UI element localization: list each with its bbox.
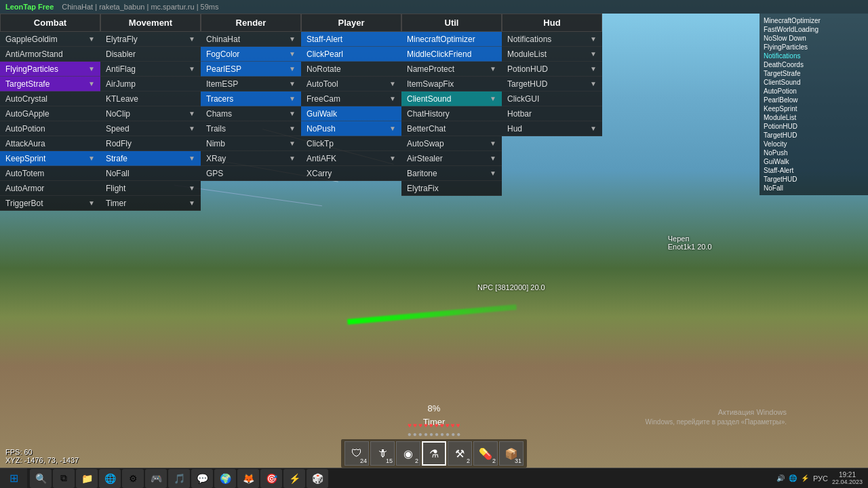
taskbar-edge[interactable]: 🌐 (99, 469, 121, 488)
hotbar-slot-2[interactable]: ◉ 2 (396, 441, 420, 466)
util-item-9[interactable]: Baritone▼ (401, 166, 502, 181)
movement-item-0[interactable]: ElytraFly▼ (100, 32, 201, 47)
combat-item-6[interactable]: AutoPotion (0, 121, 100, 136)
search-icon: 🔍 (35, 473, 47, 484)
combat-item-4[interactable]: AutoCrystal (0, 92, 100, 106)
render-item-4[interactable]: Tracers▼ (201, 92, 301, 106)
movement-item-9[interactable]: NoFall (100, 166, 201, 181)
hud-item-6[interactable]: Hud▼ (502, 121, 602, 136)
util-item-1[interactable]: MiddleClickFriend (401, 47, 502, 62)
combat-item-0[interactable]: GappleGoldim▼ (0, 32, 100, 47)
taskbar-explorer[interactable]: 📁 (76, 469, 98, 488)
combat-category-header[interactable]: Combat (0, 14, 100, 32)
taskbar: ⊞ 🔍 ⧉ 📁 🌐 ⚙ 🎮 🎵 💬 🌍 🦊 🎯 ⚡ 🎲 🔊 🌐 ⚡ РУС 19… (0, 468, 868, 488)
taskbar-app5[interactable]: 🦊 (237, 469, 259, 488)
menu-header-row: Combat GappleGoldim▼ AntiArmorStand Flyi… (0, 14, 610, 211)
taskbar-app3[interactable]: 💬 (191, 469, 213, 488)
movement-item-1[interactable]: Disabler (100, 47, 201, 62)
start-button[interactable]: ⊞ (0, 468, 27, 489)
combat-item-3[interactable]: TargetStrafe▼ (0, 77, 100, 92)
util-category-header[interactable]: Util (401, 14, 502, 32)
combat-item-1[interactable]: AntiArmorStand (0, 47, 100, 62)
battery-icon[interactable]: ⚡ (801, 474, 809, 482)
render-category-header[interactable]: Render (201, 14, 301, 32)
render-item-5[interactable]: Chams▼ (201, 106, 301, 121)
taskbar-app8[interactable]: 🎲 (307, 469, 328, 488)
combat-item-7[interactable]: AttackAura (0, 136, 100, 151)
player-item-7[interactable]: ClickTp (301, 136, 401, 151)
movement-item-3[interactable]: AirJump (100, 77, 201, 92)
util-item-7[interactable]: AutoSwap▼ (401, 136, 502, 151)
volume-icon[interactable]: 🔊 (776, 474, 785, 482)
render-item-1[interactable]: FogColor▼ (201, 47, 301, 62)
player-list-item: TargetHUD (762, 131, 865, 140)
player-item-2[interactable]: NoRotate (301, 62, 401, 77)
player-item-0[interactable]: Staff-Alert (301, 32, 401, 47)
combat-item-9[interactable]: AutoTotem (0, 166, 100, 181)
render-item-3[interactable]: ItemESP▼ (201, 77, 301, 92)
hud-item-3[interactable]: TargetHUD▼ (502, 77, 602, 92)
hotbar-slot-1[interactable]: 🗡 15 (370, 441, 395, 466)
player-item-4[interactable]: FreeCam▼ (301, 92, 401, 106)
combat-item-10[interactable]: AutoArmor (0, 181, 100, 196)
util-item-10[interactable]: ElytraFix (401, 181, 502, 196)
hud-item-1[interactable]: ModuleList▼ (502, 47, 602, 62)
player-item-3[interactable]: AutoTool▼ (301, 77, 401, 92)
hotbar-slot-5[interactable]: 💊 2 (473, 441, 498, 466)
taskbar-app6[interactable]: 🎯 (260, 469, 282, 488)
taskbar-search[interactable]: 🔍 (30, 469, 52, 488)
util-item-5[interactable]: ChatHistory (401, 106, 502, 121)
combat-item-8[interactable]: KeepSprint▼ (0, 151, 100, 166)
movement-item-5[interactable]: NoClip▼ (100, 106, 201, 121)
hud-item-0[interactable]: Notifications▼ (502, 32, 602, 47)
taskbar-app7[interactable]: ⚡ (283, 469, 305, 488)
render-item-2[interactable]: PearlESP▼ (201, 62, 301, 77)
combat-item-5[interactable]: AutoGApple (0, 106, 100, 121)
movement-item-8[interactable]: Strafe▼ (100, 151, 201, 166)
clock[interactable]: 19:21 22.04.2023 (832, 471, 863, 485)
player-item-1[interactable]: ClickPearl (301, 47, 401, 62)
render-column: Render ChinaHat▼ FogColor▼ PearlESP▼ Ite… (201, 14, 301, 211)
hud-category-header[interactable]: Hud (502, 14, 602, 32)
render-item-8[interactable]: XRay▼ (201, 151, 301, 166)
taskbar-settings[interactable]: ⚙ (122, 469, 144, 488)
taskbar-taskview[interactable]: ⧉ (53, 469, 75, 488)
hud-item-5[interactable]: Hotbar (502, 106, 602, 121)
util-item-2[interactable]: NameProtect▼ (401, 62, 502, 77)
player-item-9[interactable]: XCarry (301, 166, 401, 181)
util-item-6[interactable]: BetterChat (401, 121, 502, 136)
hotbar-slot-3[interactable]: ⚗ (422, 441, 446, 466)
combat-item-11[interactable]: TriggerBot▼ (0, 196, 100, 211)
hud-item-4[interactable]: ClickGUI (502, 92, 602, 106)
movement-item-4[interactable]: KTLeave (100, 92, 201, 106)
movement-item-2[interactable]: AntiFlag▼ (100, 62, 201, 77)
render-item-7[interactable]: Nimb▼ (201, 136, 301, 151)
taskbar-game1[interactable]: 🎮 (145, 469, 167, 488)
movement-item-10[interactable]: Flight▼ (100, 181, 201, 196)
render-item-0[interactable]: ChinaHat▼ (201, 32, 301, 47)
taskbar-app4[interactable]: 🌍 (214, 469, 236, 488)
movement-item-7[interactable]: RodFly (100, 136, 201, 151)
util-item-4[interactable]: ClientSound▼ (401, 92, 502, 106)
taskbar-app2[interactable]: 🎵 (168, 469, 190, 488)
util-item-3[interactable]: ItemSwapFix (401, 77, 502, 92)
combat-column: Combat GappleGoldim▼ AntiArmorStand Flyi… (0, 14, 100, 211)
language-indicator[interactable]: РУС (813, 474, 828, 483)
util-item-8[interactable]: AirStealer▼ (401, 151, 502, 166)
network-icon[interactable]: 🌐 (789, 474, 797, 482)
player-item-8[interactable]: AntiAFK▼ (301, 151, 401, 166)
util-item-0[interactable]: MinecraftOptimizer (401, 32, 502, 47)
player-item-6[interactable]: NoPush▼ (301, 121, 401, 136)
hotbar-slot-0[interactable]: 🛡 24 (344, 441, 369, 466)
movement-item-6[interactable]: Speed▼ (100, 121, 201, 136)
hud-item-2[interactable]: PotionHUD▼ (502, 62, 602, 77)
movement-category-header[interactable]: Movement (100, 14, 201, 32)
movement-item-11[interactable]: Timer▼ (100, 196, 201, 211)
render-item-6[interactable]: Trails▼ (201, 121, 301, 136)
player-item-5[interactable]: GuiWalk (301, 106, 401, 121)
combat-item-2[interactable]: FlyingParticles▼ (0, 62, 100, 77)
render-item-9[interactable]: GPS (201, 166, 301, 181)
player-category-header[interactable]: Player (301, 14, 401, 32)
hotbar-slot-6[interactable]: 📦 31 (499, 441, 524, 466)
hotbar-slot-4[interactable]: ⚒ 2 (448, 441, 472, 466)
